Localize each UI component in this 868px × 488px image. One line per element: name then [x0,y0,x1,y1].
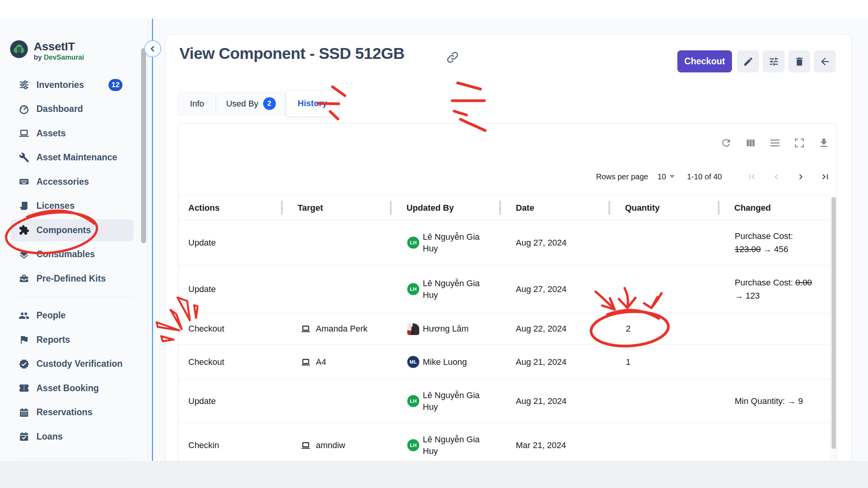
changed-new-value: → 456 [763,244,788,254]
sidebar-item-pre-defined-kits[interactable]: Pre-Defined Kits [0,266,148,291]
sidebar-scrollbar[interactable] [141,48,146,243]
sidebar-item-reservations[interactable]: Reservations [0,400,148,425]
target-name[interactable]: A4 [316,357,326,367]
license-icon [19,201,29,211]
sidebar-item-inventories[interactable]: Inventories 12 [0,73,148,97]
fullscreen-icon[interactable] [794,137,805,149]
table-row[interactable]: Checkout Amanda Perk Hương Lâm Aug 22, 2… [179,313,830,345]
sidebar-item-components[interactable]: Components [0,218,148,242]
cell-updated-by: LH Lê Nguyễn Gia Huy [391,231,500,254]
tab-history[interactable]: History [286,90,339,117]
toolbox-icon [19,273,29,284]
download-icon[interactable] [818,137,830,149]
chevron-left-icon [148,44,158,54]
table-scrollbar-thumb[interactable] [832,197,836,449]
edit-button[interactable] [737,50,759,72]
user-name[interactable]: Lê Nguyễn Gia Huy [423,278,494,301]
cell-date: Aug 21, 2024 [500,396,609,406]
ticket-icon [19,383,29,393]
user-name[interactable]: Lê Nguyễn Gia Huy [423,390,494,413]
changed-new-value: → 123 [735,291,760,301]
sidebar-item-reports[interactable]: Reports [0,328,148,352]
column-header-date[interactable]: Date [500,203,609,213]
column-resize-handle[interactable] [281,201,283,215]
column-header-quantity[interactable]: Quantity [609,203,718,213]
table-row[interactable]: Update LH Lê Nguyễn Gia Huy Aug 27, 2024… [179,220,830,265]
sidebar-item-custody-verification[interactable]: Custody Verification [0,352,148,376]
avatar: LH [407,439,419,451]
sidebar-item-assets[interactable]: Assets [0,121,148,146]
cell-date: Aug 21, 2024 [500,357,609,367]
next-page-icon[interactable] [796,172,806,182]
cell-action: Checkout [179,324,282,334]
sidebar-item-consumables[interactable]: Consumables [0,242,148,267]
tab-used-by[interactable]: Used By 2 [216,92,286,115]
sidebar-divider-line [152,19,153,461]
cell-target: amndiw [282,440,391,450]
column-header-actions[interactable]: Actions [179,203,282,213]
column-header-changed[interactable]: Changed [718,203,830,213]
delete-button[interactable] [788,50,810,72]
sidebar-item-people[interactable]: People [0,304,148,328]
table-row[interactable]: Checkin amndiw LH Lê Nguyễn Gia Huy Mar … [179,423,830,461]
settings-button[interactable] [763,50,785,72]
view-columns-icon[interactable] [745,137,756,149]
sidebar-divider [0,291,148,304]
avatar: LH [407,283,419,295]
last-page-icon[interactable] [820,172,830,182]
sidebar-item-dashboard[interactable]: Dashboard [0,97,148,122]
cell-date: Aug 27, 2024 [500,284,609,294]
user-name[interactable]: Hương Lâm [423,323,494,335]
cell-date: Aug 22, 2024 [500,324,609,334]
logo-icon [10,40,28,58]
column-resize-handle[interactable] [390,201,392,215]
column-resize-handle[interactable] [718,201,720,215]
column-resize-handle[interactable] [608,201,610,215]
user-name[interactable]: Lê Nguyễn Gia Huy [423,434,494,457]
app-byline: by DevSamurai [34,53,84,62]
sidebar-collapse-button[interactable] [144,40,161,57]
sidebar-item-accessories[interactable]: Accessories [0,170,148,194]
link-icon[interactable] [446,50,460,64]
prev-page-icon[interactable] [771,172,782,182]
user-name[interactable]: Lê Nguyễn Gia Huy [423,231,494,254]
target-name[interactable]: amndiw [316,440,345,450]
laptop-icon [301,357,311,367]
sidebar-item-asset-maintenance[interactable]: Asset Maintenance [0,146,148,170]
trash-icon [794,56,805,67]
edit-pencil-icon [743,56,754,67]
table-row[interactable]: Update LH Lê Nguyễn Gia Huy Aug 27, 2024… [179,265,830,313]
back-button[interactable] [814,50,836,72]
target-name[interactable]: Amanda Perk [316,324,367,334]
refresh-icon[interactable] [720,137,732,149]
sidebar-item-label: Custody Verification [36,359,122,369]
inventories-count-badge: 12 [108,79,122,91]
sidebar-item-label: Accessories [36,177,89,187]
column-header-target[interactable]: Target [282,203,391,213]
sidebar-item-asset-booking[interactable]: Asset Booking [0,376,148,400]
sidebar-item-label: Reservations [36,407,92,418]
laptop-icon [301,324,311,334]
sidebar-item-licenses[interactable]: Licenses [0,194,148,218]
table-scrollbar-track[interactable] [830,195,837,461]
table-row[interactable]: Checkout A4 ML Mike Luong Aug 21, 2024 1 [179,345,830,380]
cell-date: Aug 27, 2024 [500,238,609,248]
tab-info[interactable]: Info [178,92,216,115]
table-body: Update LH Lê Nguyễn Gia Huy Aug 27, 2024… [179,220,830,461]
sidebar-nav: Inventories 12 Dashboard Assets Asset M [0,73,148,459]
user-name[interactable]: Mike Luong [423,356,494,368]
filter-sliders-icon [768,56,779,67]
cell-updated-by: Hương Lâm [391,323,500,335]
table-row[interactable]: Update LH Lê Nguyễn Gia Huy Aug 21, 2024… [179,380,830,423]
density-icon[interactable] [769,137,781,149]
first-page-icon[interactable] [747,172,757,182]
rows-per-page-select[interactable]: 10 [658,172,675,181]
puzzle-icon [19,225,29,235]
sidebar-item-label: Licenses [36,201,74,211]
checkout-button[interactable]: Checkout [677,50,732,72]
cell-quantity: 1 [609,357,718,367]
changed-label: Purchase Cost: [735,231,793,241]
sidebar-item-loans[interactable]: Loans [0,424,148,449]
column-header-updated-by[interactable]: Updated By [391,203,500,213]
column-resize-handle[interactable] [499,201,501,215]
